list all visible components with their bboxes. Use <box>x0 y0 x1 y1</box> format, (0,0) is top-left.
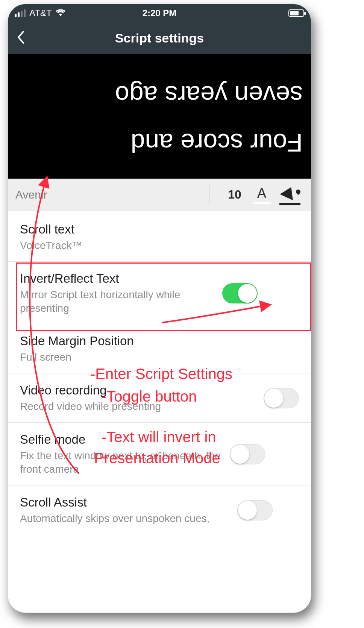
annotation-text-1: -Enter Script Settings <box>90 364 232 384</box>
row-invert-reflect[interactable]: Invert/Reflect Text Mirror Script text h… <box>8 262 311 325</box>
preview-line-1: seven years ago <box>16 79 303 111</box>
text-color-button[interactable]: A <box>248 185 276 204</box>
nav-bar: Script settings <box>8 22 311 54</box>
status-left: AT&T <box>15 8 111 18</box>
text-color-icon: A <box>253 185 271 204</box>
assist-toggle[interactable] <box>237 500 273 520</box>
invert-toggle[interactable] <box>222 283 258 303</box>
row-scroll-text[interactable]: Scroll text VoiceTrack™ <box>8 212 311 262</box>
cell-signal-icon <box>15 9 26 17</box>
font-size-selector[interactable]: 10 <box>221 188 248 202</box>
preview-line-2: Four score and <box>16 127 303 159</box>
row-subtitle: VoiceTrack™ <box>20 239 299 252</box>
carrier-label: AT&T <box>29 8 52 18</box>
row-subtitle: Mirror Script text horizontally while pr… <box>20 288 215 315</box>
page-title: Script settings <box>17 31 302 46</box>
clock: 2:20 PM <box>111 8 208 18</box>
row-title: Invert/Reflect Text <box>20 272 215 286</box>
row-subtitle: Full screen <box>20 350 299 364</box>
annotation-text-4: Presentation Mode <box>94 448 220 468</box>
row-scroll-assist[interactable]: Scroll Assist Automatically skips over u… <box>8 485 311 534</box>
battery-icon <box>288 9 304 17</box>
row-title: Side Margin Position <box>20 334 299 348</box>
font-family-selector[interactable]: Avenir <box>15 188 197 201</box>
annotation-text-2: -Toggle button <box>102 387 197 407</box>
row-subtitle: Automatically skips over unspoken cues, <box>20 512 231 525</box>
annotation-text-3: -Text will invert in <box>102 427 216 447</box>
video-toggle[interactable] <box>264 388 299 408</box>
status-bar: AT&T 2:20 PM <box>8 4 311 22</box>
fill-icon <box>280 187 299 202</box>
phone-frame: AT&T 2:20 PM Script settings seven years… <box>8 4 311 613</box>
selfie-toggle[interactable] <box>230 444 265 464</box>
divider <box>209 185 209 205</box>
script-preview: seven years ago Four score and <box>8 54 311 179</box>
row-title: Scroll Assist <box>20 495 231 510</box>
wifi-icon <box>56 8 65 18</box>
fill-color-button[interactable] <box>276 187 303 202</box>
row-title: Scroll text <box>20 222 299 237</box>
font-toolbar: Avenir 10 A <box>8 179 311 211</box>
status-right <box>208 9 304 17</box>
